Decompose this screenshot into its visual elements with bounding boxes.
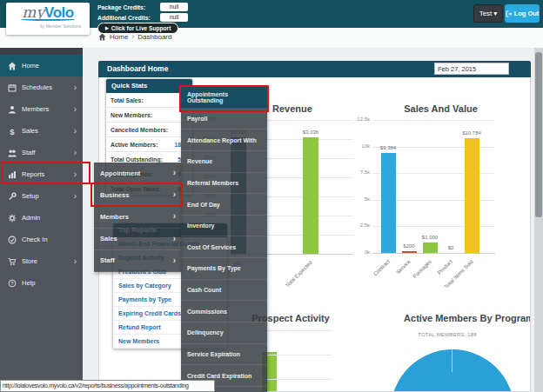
- menu-item-label: Cost Of Services: [187, 244, 236, 250]
- sidebar-item-sales[interactable]: $ Sales ›: [0, 120, 83, 142]
- gridline: [373, 120, 495, 121]
- bar: [465, 138, 479, 253]
- logo-my: my: [22, 3, 44, 21]
- menu-item-payments-by-type[interactable]: Payments By Type: [181, 258, 267, 280]
- person-icon: [8, 105, 17, 114]
- menu-item-sales[interactable]: Sales ›: [94, 229, 181, 250]
- menu-item-appointment[interactable]: Appointment ›: [94, 163, 181, 184]
- menu-item-business[interactable]: Business ›: [94, 184, 181, 206]
- menu-item-label: Appointment: [100, 169, 140, 177]
- menu-item-inventory[interactable]: Inventory: [181, 216, 267, 237]
- breadcrumb: Home › Dashboard: [98, 33, 171, 41]
- chart-title-active-members: Active Members By Program: [386, 313, 531, 323]
- menu-item-payroll[interactable]: Payroll: [181, 109, 267, 130]
- sidebar-item-staff[interactable]: Staff ›: [0, 142, 83, 163]
- stat-value: 18: [174, 142, 181, 148]
- svg-text:$: $: [10, 127, 15, 136]
- x-axis-label: Total Expected: [272, 259, 313, 300]
- sidebar-item-check-in[interactable]: Check In: [0, 229, 83, 250]
- sidebar-item-help[interactable]: ? Help: [0, 272, 83, 294]
- scrollbar-thumb[interactable]: [535, 52, 542, 217]
- menu-item-members[interactable]: Members ›: [94, 206, 181, 228]
- stat-label: Total Outstanding:: [111, 156, 178, 163]
- x-axis-label: Contract: [350, 258, 391, 299]
- menu-item-label: Credit Card Expiration: [187, 373, 251, 379]
- menu-item-service-expiration[interactable]: Service Expiration: [181, 344, 267, 366]
- y-axis-tick: 12.5k: [344, 116, 370, 122]
- logo-volo: Volo: [44, 4, 74, 21]
- quick-stat-row: Total Sales:: [106, 93, 192, 108]
- quick-stat-row: Active Members: 18: [106, 137, 192, 152]
- y-axis-tick: 0k: [344, 249, 370, 255]
- sidebar-item-label: Home: [22, 62, 39, 70]
- chevron-right-icon: ›: [173, 190, 176, 199]
- business-submenu: Appointments Outstanding Payroll Attenda…: [181, 87, 267, 392]
- sidebar-item-members[interactable]: Members ›: [0, 98, 83, 120]
- sidebar-item-label: Reports: [22, 170, 44, 178]
- menu-item-attendance-report[interactable]: Attendance Report With: [181, 130, 267, 151]
- chevron-right-icon: ›: [173, 235, 176, 243]
- x-axis-label: Service: [371, 258, 412, 299]
- sidebar-nav: Home Schedules › Members › $ Sales › Sta…: [0, 48, 83, 392]
- bar: [303, 137, 318, 254]
- menu-item-referral-members[interactable]: Referral Members: [181, 173, 267, 195]
- date-input[interactable]: [434, 63, 509, 75]
- live-support-button[interactable]: ▶ Click for Live Support: [97, 23, 178, 34]
- sidebar-item-setup[interactable]: Setup ›: [0, 185, 83, 207]
- myvolo-logo: myVolo by Member Solutions: [6, 3, 90, 35]
- sidebar-item-reports[interactable]: Reports ›: [0, 163, 83, 185]
- x-axis-label: Total Items Sold: [433, 258, 474, 299]
- check-circle-icon: [8, 236, 17, 244]
- menu-item-commissions[interactable]: Commissions: [181, 301, 267, 322]
- menu-item-end-of-day[interactable]: End Of Day: [181, 194, 267, 216]
- reports-flyout-menu: Appointment › Business › Members › Sales…: [94, 163, 181, 272]
- sidebar-item-label: Admin: [22, 214, 40, 222]
- x-axis-label: Product: [412, 258, 453, 299]
- menu-item-label: Sales: [100, 235, 117, 243]
- scrollbar-track[interactable]: [534, 48, 543, 392]
- menu-item-staff[interactable]: Staff ›: [94, 250, 181, 272]
- menu-item-appointments-outstanding[interactable]: Appointments Outstanding: [181, 87, 267, 109]
- logout-button[interactable]: Log Out: [505, 4, 540, 23]
- menu-item-revenue[interactable]: Revenue: [181, 151, 267, 173]
- live-support-label: Click for Live Support: [111, 25, 171, 31]
- menu-item-label: Service Expiration: [187, 351, 240, 357]
- logout-icon: [506, 10, 513, 17]
- menu-item-label: End Of Day: [187, 202, 220, 208]
- menu-item-label: Commissions: [187, 309, 227, 315]
- sidebar-item-admin[interactable]: Admin: [0, 207, 83, 229]
- bar: [402, 251, 417, 253]
- sidebar-item-store[interactable]: Store ›: [0, 250, 83, 272]
- pie-subtitle-total-members: TOTAL MEMBERS: 188: [386, 332, 508, 337]
- sidebar-item-label: Staff: [22, 149, 35, 156]
- menu-item-label: Business: [100, 191, 129, 199]
- home-icon: [8, 62, 17, 70]
- sidebar-item-schedules[interactable]: Schedules ›: [0, 76, 83, 98]
- dashboard-panel-header: Dashboard Home: [98, 61, 531, 77]
- quick-stat-row: New Members:: [106, 108, 192, 123]
- quick-stat-row: Cancelled Members:: [106, 123, 192, 137]
- breadcrumb-home[interactable]: Home: [110, 33, 128, 41]
- menu-item-delinquency[interactable]: Delinquency: [181, 322, 267, 344]
- menu-item-cost-of-services[interactable]: Cost Of Services: [181, 236, 267, 258]
- additional-credits-value: null: [160, 13, 188, 22]
- play-icon: ▶: [105, 26, 109, 30]
- breadcrumb-dashboard: Dashboard: [137, 33, 171, 41]
- chevron-right-icon: ›: [74, 83, 77, 92]
- menu-item-cash-count[interactable]: Cash Count: [181, 280, 267, 302]
- y-axis-tick: 2.5k: [344, 223, 370, 228]
- stat-label: Cancelled Members:: [111, 127, 181, 133]
- logo-tagline: by Member Solutions: [6, 23, 90, 29]
- status-bar-url: http://lolalovesvolo.myvolo.ca/v2/report…: [0, 380, 215, 392]
- package-credits-value: null: [160, 3, 188, 11]
- menu-item-label: Staff: [100, 256, 115, 264]
- bar-value-label: $9,384: [366, 145, 410, 150]
- user-menu-button[interactable]: Test ▾: [473, 4, 503, 23]
- bar-value-label: $10,784: [450, 130, 493, 136]
- svg-text:?: ?: [10, 281, 14, 286]
- menu-item-label: Delinquency: [187, 329, 224, 336]
- sidebar-item-home[interactable]: Home: [0, 55, 83, 76]
- package-credits-row: Package Credits: null: [97, 2, 188, 12]
- chevron-right-icon: ›: [173, 256, 176, 265]
- bar-chart-icon: [8, 170, 17, 179]
